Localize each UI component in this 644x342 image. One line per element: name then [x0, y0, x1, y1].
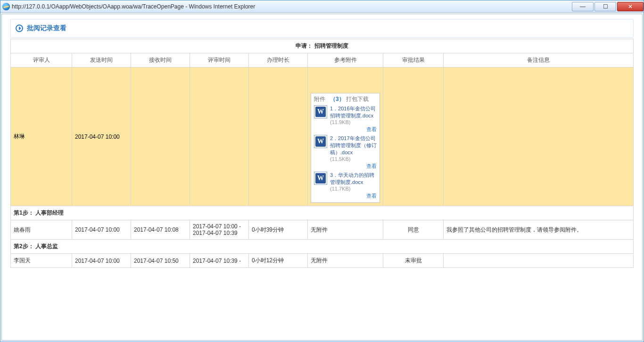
cell-result	[383, 67, 444, 206]
cell-remark: 我参照了其他公司的招聘管理制度，请领导参阅附件。	[444, 220, 634, 240]
attachments-header: 附件 （3） 打包下载	[314, 95, 377, 103]
attachment-size: (11.9KB)	[330, 119, 377, 125]
cell-review-time: 2017-04-07 10:39 -	[190, 254, 249, 268]
col-remark: 备注信息	[444, 53, 634, 67]
header-row: 评审人 发送时间 接收时间 评审时间 办理时长 参考附件 审批结果 备注信息	[11, 53, 634, 67]
col-attachments: 参考附件	[308, 53, 383, 67]
attachment-view-link[interactable]: 查看	[330, 192, 377, 200]
cell-result: 未审批	[383, 254, 444, 268]
attachment-item: W 1．2016年金信公司招聘管理制度.docx (11.9KB) 查看	[314, 105, 377, 133]
cell-duration: 0小时39分钟	[249, 220, 308, 240]
cell-remark	[444, 254, 634, 268]
cell-recv-time	[131, 67, 190, 206]
cell-duration	[249, 67, 308, 206]
window-title: http://127.0.0.1/OAapp/WebObjects/OAapp.…	[12, 3, 571, 10]
step1-row: 姚春雨 2017-04-07 10:00 2017-04-07 10:08 20…	[11, 220, 634, 240]
attachment-view-link[interactable]: 查看	[330, 163, 377, 170]
step2-header: 第2步： 人事总监	[11, 240, 634, 254]
attachment-size: (11.7KB)	[330, 186, 377, 192]
attach-count: 3	[336, 96, 339, 102]
step2-label: 第2步： 人事总监	[11, 240, 634, 254]
cell-reviewer: 姚春雨	[11, 220, 72, 240]
col-review-time: 评审时间	[190, 53, 249, 67]
titlebar: http://127.0.0.1/OAapp/WebObjects/OAapp.…	[0, 0, 644, 13]
cell-attachments: 无附件	[308, 254, 383, 268]
word-icon: W	[314, 105, 327, 118]
request-title: 申请： 招聘管理制度	[11, 39, 634, 53]
step2-row: 李国天 2017-04-07 10:00 2017-04-07 10:50 20…	[11, 254, 634, 268]
cell-duration: 0小时12分钟	[249, 254, 308, 268]
col-duration: 办理时长	[249, 53, 308, 67]
cell-reviewer: 李国天	[11, 254, 72, 268]
attachments-box: 附件 （3） 打包下载 W 1．2016年金信公司招聘管理制度.docx (11…	[311, 93, 380, 203]
attachment-name[interactable]: 3．华天动力的招聘管理制度.docx	[330, 172, 377, 186]
maximize-button[interactable]: ☐	[594, 2, 616, 11]
attachment-item: W 3．华天动力的招聘管理制度.docx (11.7KB) 查看	[314, 172, 377, 200]
cell-review-time: 2017-04-07 10:00 - 2017-04-07 10:39	[190, 220, 249, 240]
col-reviewer: 评审人	[11, 53, 72, 67]
download-all-link[interactable]: 打包下载	[346, 96, 369, 102]
cell-reviewer: 林琳	[11, 67, 72, 206]
content-frame: 批阅记录查看 申请： 招聘管理制度 评审人	[0, 13, 644, 342]
cell-attachments: 无附件	[308, 220, 383, 240]
cell-review-time	[190, 67, 249, 206]
col-result: 审批结果	[383, 53, 444, 67]
cell-attachments: 附件 （3） 打包下载 W 1．2016年金信公司招聘管理制度.docx (11…	[308, 67, 383, 206]
content-scroll[interactable]: 批阅记录查看 申请： 招聘管理制度 评审人	[1, 14, 643, 341]
cell-recv-time: 2017-04-07 10:50	[131, 254, 190, 268]
cell-send-time: 2017-04-07 10:00	[72, 220, 131, 240]
browser-window: http://127.0.0.1/OAapp/WebObjects/OAapp.…	[0, 0, 644, 342]
cell-send-time: 2017-04-07 10:00	[72, 67, 131, 206]
step1-header: 第1步： 人事部经理	[11, 206, 634, 220]
close-button[interactable]: ✕	[617, 2, 644, 11]
arrow-right-icon	[16, 25, 23, 32]
word-icon: W	[314, 135, 327, 148]
step1-label: 第1步： 人事部经理	[11, 206, 634, 220]
attachment-name[interactable]: 2．2017年金信公司招聘管理制度（修订稿）.docx	[330, 135, 377, 156]
attach-label: 附件	[314, 96, 325, 102]
word-icon: W	[314, 172, 327, 185]
attachment-size: (11.5KB)	[330, 156, 377, 162]
request-row: 申请： 招聘管理制度	[11, 39, 634, 53]
col-recv-time: 接收时间	[131, 53, 190, 67]
col-send-time: 发送时间	[72, 53, 131, 67]
panel-title-text: 批阅记录查看	[27, 24, 66, 33]
cell-recv-time: 2017-04-07 10:08	[131, 220, 190, 240]
ie-icon	[2, 3, 10, 10]
attachment-name[interactable]: 1．2016年金信公司招聘管理制度.docx	[330, 105, 377, 119]
originator-row: 林琳 2017-04-07 10:00 附件 （3） 打包下载	[11, 67, 634, 206]
cell-result: 同意	[383, 220, 444, 240]
cell-send-time: 2017-04-07 10:00	[72, 254, 131, 268]
review-table: 申请： 招聘管理制度 评审人 发送时间 接收时间 评审时间 办理时长 参考附件 …	[10, 39, 634, 268]
cell-remark	[444, 67, 634, 206]
minimize-button[interactable]: —	[572, 2, 594, 11]
attachment-item: W 2．2017年金信公司招聘管理制度（修订稿）.docx (11.5KB) 查…	[314, 135, 377, 170]
panel-title: 批阅记录查看	[10, 19, 634, 38]
attachment-view-link[interactable]: 查看	[330, 126, 377, 133]
